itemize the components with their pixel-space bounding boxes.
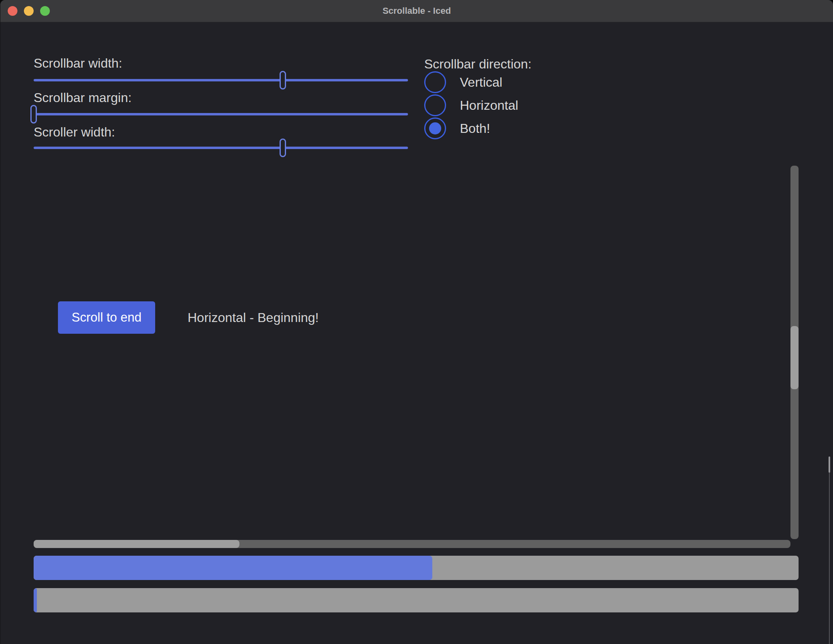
scrollbar-margin-label: Scrollbar margin: bbox=[34, 90, 132, 106]
scroller-width-slider[interactable] bbox=[34, 139, 408, 157]
radio-option-horizontal[interactable]: Horizontal bbox=[424, 94, 518, 116]
scrollbar-direction-group: Vertical Horizontal Both! bbox=[424, 71, 518, 139]
slider-handle[interactable] bbox=[30, 105, 37, 124]
traffic-lights bbox=[8, 6, 50, 16]
progress-fill bbox=[34, 588, 37, 612]
titlebar: Scrollable - Iced bbox=[0, 0, 833, 22]
progress-fill bbox=[34, 556, 432, 580]
close-button[interactable] bbox=[8, 6, 17, 16]
scroll-to-end-button[interactable]: Scroll to end bbox=[58, 301, 155, 334]
horizontal-scrollbar-thumb[interactable] bbox=[34, 540, 239, 548]
window-right-edge bbox=[829, 456, 830, 644]
window-right-edge-highlight bbox=[829, 456, 830, 473]
horizontal-scroll-progressbar bbox=[34, 588, 799, 612]
vertical-scroll-progressbar bbox=[34, 556, 799, 580]
scroll-status-text: Horizontal - Beginning! bbox=[188, 301, 319, 334]
scrollbar-direction-label: Scrollbar direction: bbox=[424, 56, 532, 72]
zoom-button[interactable] bbox=[40, 6, 50, 16]
vertical-scrollbar-thumb[interactable] bbox=[790, 326, 799, 389]
scrollbar-width-label: Scrollbar width: bbox=[34, 55, 122, 71]
slider-track[interactable] bbox=[34, 79, 408, 81]
scroller-width-label: Scroller width: bbox=[34, 124, 115, 140]
slider-track[interactable] bbox=[34, 147, 408, 149]
horizontal-scrollbar-track[interactable] bbox=[34, 540, 790, 548]
slider-track[interactable] bbox=[34, 113, 408, 115]
minimize-button[interactable] bbox=[24, 6, 34, 16]
vertical-scrollbar-track[interactable] bbox=[790, 166, 799, 539]
slider-handle[interactable] bbox=[280, 71, 286, 90]
window-title: Scrollable - Iced bbox=[0, 0, 833, 22]
scrollbar-margin-slider[interactable] bbox=[34, 105, 408, 124]
radio-option-vertical[interactable]: Vertical bbox=[424, 71, 518, 93]
radio-icon[interactable] bbox=[424, 71, 446, 93]
slider-handle[interactable] bbox=[280, 139, 286, 157]
radio-option-both[interactable]: Both! bbox=[424, 117, 518, 139]
scrollbar-width-slider[interactable] bbox=[34, 71, 408, 90]
app-window: Scrollable - Iced Scrollbar width: Scrol… bbox=[0, 0, 833, 644]
radio-icon[interactable] bbox=[424, 94, 446, 116]
radio-icon[interactable] bbox=[424, 117, 446, 139]
